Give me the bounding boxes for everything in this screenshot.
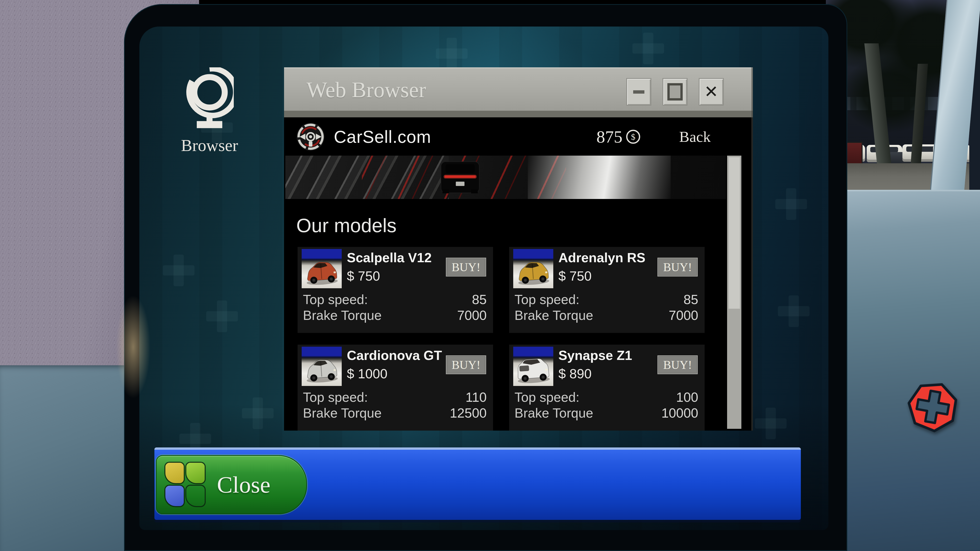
stat-value: 110 <box>466 389 487 405</box>
car-price: $ 890 <box>558 366 592 381</box>
window-title: Web Browser <box>307 67 426 111</box>
car-thumbnail <box>513 249 553 288</box>
globe-icon <box>185 67 234 131</box>
stat-label: Brake Torque <box>514 308 593 323</box>
section-title: Our models <box>296 214 396 237</box>
car-thumbnail <box>302 249 342 288</box>
coin-icon: $ <box>625 129 641 144</box>
hero-banner <box>285 156 726 199</box>
stat-value: 10000 <box>661 405 698 421</box>
stat-value: 85 <box>472 292 487 307</box>
car-name: Synapse Z1 <box>558 348 632 363</box>
cross-pattern <box>755 408 787 439</box>
stat-row: Top speed: 110 <box>303 389 487 405</box>
flag-tile-green <box>186 463 205 483</box>
buy-button[interactable]: BUY! <box>657 258 698 276</box>
lower-wall <box>826 190 980 551</box>
maximize-icon <box>667 83 682 100</box>
stat-row: Top speed: 85 <box>303 292 487 307</box>
bezel-light-reflection <box>115 293 151 400</box>
buy-button[interactable]: BUY! <box>446 355 486 374</box>
carsell-logo-icon <box>296 122 325 151</box>
stat-row: Brake Torque 12500 <box>303 405 487 421</box>
banner-light-band <box>528 156 671 199</box>
stat-label: Brake Torque <box>303 308 382 323</box>
minimize-icon <box>633 90 644 94</box>
taskbar: Close <box>154 448 801 520</box>
stat-row: Top speed: 85 <box>514 292 698 307</box>
flag-tile-orange <box>186 486 205 506</box>
cross-pattern <box>163 254 194 286</box>
stat-label: Top speed: <box>514 292 579 307</box>
close-window-button[interactable]: ✕ <box>699 78 724 106</box>
car-price: $ 750 <box>558 268 592 284</box>
car-card: Adrenalyn RS $ 750 BUY! Top speed: 85 Br… <box>509 247 705 333</box>
site-header: CarSell.com 875 $ Back <box>284 118 753 156</box>
car-name: Adrenalyn RS <box>558 250 646 265</box>
car-name: Scalpella V12 <box>347 250 431 265</box>
scrollbar-track[interactable] <box>727 156 741 429</box>
stat-label: Brake Torque <box>303 405 382 421</box>
car-card: Synapse Z1 $ 890 BUY! Top speed: 100 Bra… <box>509 345 705 430</box>
browser-shortcut[interactable]: Browser <box>162 67 257 190</box>
stat-label: Top speed: <box>303 292 368 307</box>
buy-button[interactable]: BUY! <box>657 355 698 374</box>
stat-value: 85 <box>683 292 698 307</box>
flag-tile-yellow <box>165 463 184 483</box>
banner-car-silhouette <box>433 157 490 197</box>
car-card: Scalpella V12 $ 750 BUY! Top speed: 85 B… <box>298 247 493 333</box>
back-button[interactable]: Back <box>672 118 718 156</box>
close-taskbar-button[interactable]: Close <box>156 455 307 514</box>
stat-row: Top speed: 100 <box>514 389 698 405</box>
scrollbar-thumb[interactable] <box>729 157 740 309</box>
close-label: Close <box>217 471 270 498</box>
health-plus-icon <box>901 375 964 438</box>
balance-amount: 875 <box>597 127 622 147</box>
cross-pattern <box>206 300 238 332</box>
car-price: $ 1000 <box>347 366 387 381</box>
car-thumbnail <box>513 347 553 386</box>
car-thumbnail <box>302 347 342 386</box>
stat-label: Top speed: <box>303 389 368 405</box>
stat-row: Brake Torque 7000 <box>514 308 698 323</box>
cross-pattern <box>436 38 468 69</box>
stat-row: Brake Torque 10000 <box>514 405 698 421</box>
cross-pattern <box>775 188 807 220</box>
flag-tile-blue <box>165 486 184 506</box>
shortcut-label: Browser <box>181 136 238 155</box>
stat-value: 7000 <box>669 308 698 323</box>
stat-row: Brake Torque 7000 <box>303 308 487 323</box>
screen: Browser Web Browser ✕ <box>139 27 829 530</box>
game-scene: Browser Web Browser ✕ <box>0 0 980 551</box>
money-balance: 875 $ <box>597 118 641 156</box>
minimize-button[interactable] <box>626 78 651 106</box>
titlebar-shadow <box>284 111 753 118</box>
stat-value: 100 <box>676 389 698 405</box>
close-icon: ✕ <box>704 83 718 100</box>
monitor: Browser Web Browser ✕ <box>124 4 847 551</box>
stat-value: 12500 <box>450 405 487 421</box>
stat-label: Brake Torque <box>514 405 593 421</box>
buy-button[interactable]: BUY! <box>446 258 486 276</box>
web-browser-window: Web Browser ✕ CarSell.com <box>284 67 753 430</box>
svg-text:$: $ <box>631 132 635 141</box>
stat-value: 7000 <box>457 308 487 323</box>
cross-pattern <box>632 33 664 64</box>
cross-pattern <box>778 295 810 327</box>
stat-label: Top speed: <box>514 389 579 405</box>
car-card: Cardionova GT $ 1000 BUY! Top speed: 110… <box>298 345 493 430</box>
site-name: CarSell.com <box>334 118 431 156</box>
window-flag-icon <box>165 463 206 507</box>
car-name: Cardionova GT <box>347 348 442 363</box>
car-price: $ 750 <box>347 268 380 284</box>
maximize-button[interactable] <box>662 78 687 106</box>
cross-pattern <box>242 397 274 429</box>
